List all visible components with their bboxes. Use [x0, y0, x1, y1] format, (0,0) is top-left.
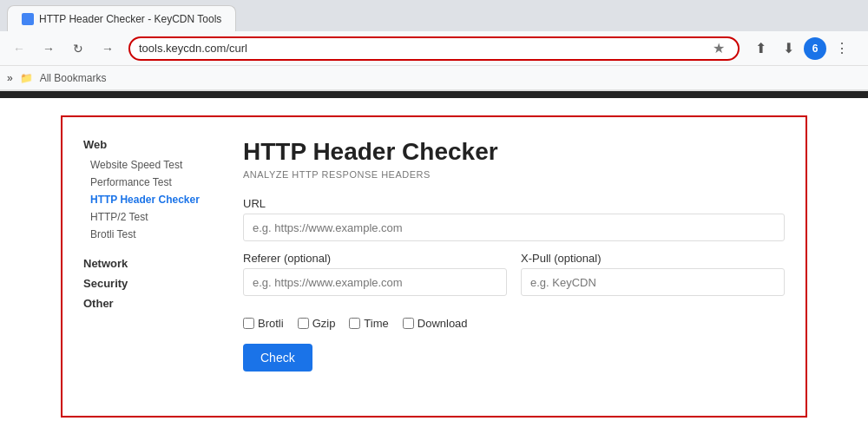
dark-banner — [0, 91, 868, 98]
sidebar-network-label: Network — [83, 257, 222, 270]
page-subtitle: ANALYZE HTTP RESPONSE HEADERS — [243, 169, 785, 180]
address-bar-wrap: tools.keycdn.com/curl ★ — [128, 36, 740, 61]
checkbox-gzip[interactable]: Gzip — [298, 317, 336, 330]
bookmarks-separator: » — [7, 72, 13, 84]
time-checkbox[interactable] — [349, 318, 360, 329]
address-bar[interactable]: tools.keycdn.com/curl — [139, 42, 708, 55]
gzip-label: Gzip — [312, 317, 336, 330]
brotli-checkbox[interactable] — [243, 318, 254, 329]
sidebar-item-website-speed-test[interactable]: Website Speed Test — [83, 156, 222, 174]
download-checkbox[interactable] — [403, 318, 414, 329]
referer-xpull-row: Referer (optional) X-Pull (optional) — [243, 252, 785, 306]
reload-button[interactable]: ↻ — [66, 36, 90, 61]
sidebar-other-section: Other — [83, 297, 222, 310]
sidebar-item-http-header-checker[interactable]: HTTP Header Checker — [83, 191, 222, 208]
tab-bar: HTTP Header Checker - KeyCDN Tools — [0, 0, 868, 31]
checkbox-brotli[interactable]: Brotli — [243, 317, 284, 330]
checkbox-download[interactable]: Download — [403, 317, 468, 330]
bookmarks-bar: » 📁 All Bookmarks — [0, 66, 868, 90]
browser-actions: ⬆ ⬇ 6 ⋮ — [748, 36, 861, 61]
download-label: Download — [418, 317, 468, 330]
sidebar-network-section: Network — [83, 257, 222, 270]
sidebar-security-section: Security — [83, 277, 222, 290]
referer-label: Referer (optional) — [243, 252, 507, 265]
xpull-input[interactable] — [521, 268, 785, 296]
content-wrapper: Web Website Speed Test Performance Test … — [61, 115, 807, 418]
time-label: Time — [364, 317, 388, 330]
brotli-label: Brotli — [258, 317, 284, 330]
bookmark-star-button[interactable]: ★ — [708, 38, 729, 59]
sidebar-security-label: Security — [83, 277, 222, 290]
sidebar: Web Website Speed Test Performance Test … — [83, 138, 222, 395]
xpull-label: X-Pull (optional) — [521, 252, 785, 265]
xpull-col: X-Pull (optional) — [521, 252, 785, 306]
main-content: HTTP Header Checker ANALYZE HTTP RESPONS… — [222, 138, 785, 395]
home-button[interactable]: → — [95, 36, 120, 61]
forward-button[interactable]: → — [36, 36, 61, 61]
referer-col: Referer (optional) — [243, 252, 507, 306]
sidebar-item-http2-test[interactable]: HTTP/2 Test — [83, 208, 222, 226]
nav-bar: ← → ↻ → tools.keycdn.com/curl ★ ⬆ ⬇ 6 ⋮ — [0, 31, 868, 66]
checkboxes-row: Brotli Gzip Time Download — [243, 317, 785, 330]
download-button[interactable]: ⬇ — [776, 36, 800, 61]
url-input[interactable] — [243, 214, 785, 241]
share-button[interactable]: ⬆ — [748, 36, 773, 61]
sidebar-other-label: Other — [83, 297, 222, 310]
browser-tab[interactable]: HTTP Header Checker - KeyCDN Tools — [7, 5, 236, 31]
bookmarks-label: All Bookmarks — [40, 72, 107, 84]
url-label: URL — [243, 197, 785, 210]
gzip-checkbox[interactable] — [298, 318, 309, 329]
sidebar-web-section: Web Website Speed Test Performance Test … — [83, 138, 222, 243]
checkbox-time[interactable]: Time — [349, 317, 388, 330]
sidebar-item-brotli-test[interactable]: Brotli Test — [83, 226, 222, 243]
profile-button[interactable]: 6 — [804, 37, 826, 60]
page-content: Web Website Speed Test Performance Test … — [0, 98, 868, 434]
page-title: HTTP Header Checker — [243, 138, 785, 166]
tab-title: HTTP Header Checker - KeyCDN Tools — [39, 13, 221, 25]
referer-input[interactable] — [243, 268, 507, 296]
sidebar-item-performance-test[interactable]: Performance Test — [83, 174, 222, 191]
back-button[interactable]: ← — [7, 36, 31, 61]
check-button[interactable]: Check — [243, 344, 312, 372]
tab-favicon — [22, 13, 34, 25]
menu-button[interactable]: ⋮ — [830, 36, 854, 61]
bookmarks-folder-icon: 📁 — [20, 72, 33, 84]
sidebar-web-label: Web — [83, 138, 222, 151]
browser-chrome: HTTP Header Checker - KeyCDN Tools ← → ↻… — [0, 0, 868, 91]
